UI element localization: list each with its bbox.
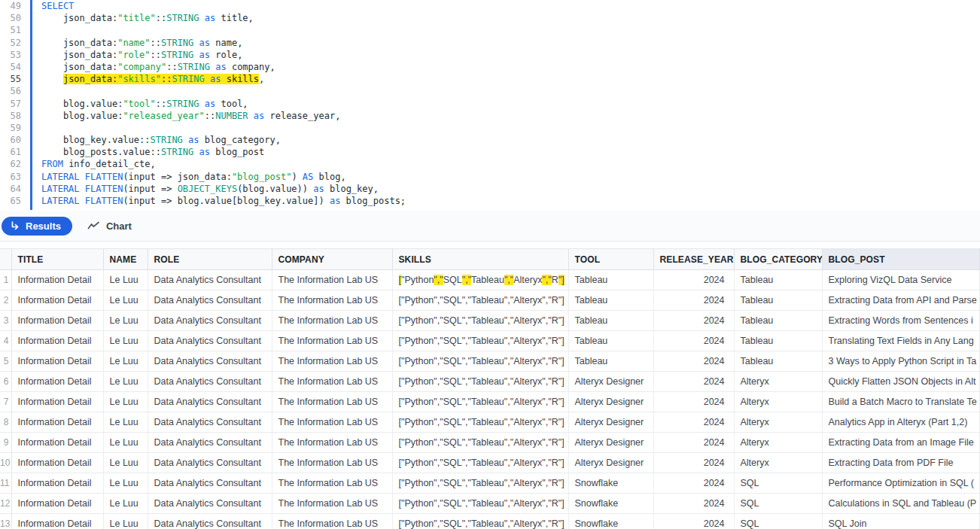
cell-skills[interactable]: ["Python","SQL","Tableau","Alteryx","R"] — [392, 412, 568, 433]
cell-skills[interactable]: ["Python","SQL","Tableau","Alteryx","R"] — [392, 392, 568, 412]
cell-post[interactable]: Translating Text Fields in Any Lang — [822, 331, 980, 351]
cell-category[interactable]: Alteryx — [734, 392, 822, 412]
cell-role[interactable]: Data Analytics Consultant — [148, 311, 272, 331]
cell-year[interactable]: 2024 — [653, 433, 734, 453]
cell-name[interactable]: Le Luu — [103, 412, 148, 433]
cell-title[interactable]: Information Detail — [11, 412, 103, 433]
cell-name[interactable]: Le Luu — [103, 392, 148, 412]
table-row[interactable]: 13Information DetailLe LuuData Analytics… — [0, 514, 980, 529]
cell-role[interactable]: Data Analytics Consultant — [148, 473, 272, 494]
cell-category[interactable]: Tableau — [734, 311, 822, 331]
cell-title[interactable]: Information Detail — [11, 473, 103, 494]
cell-role[interactable]: Data Analytics Consultant — [148, 290, 272, 311]
column-header-title[interactable]: TITLE — [11, 249, 103, 270]
cell-category[interactable]: SQL — [734, 514, 822, 529]
cell-skills[interactable]: ["Python","SQL","Tableau","Alteryx","R"] — [392, 494, 568, 514]
table-row[interactable]: 10Information DetailLe LuuData Analytics… — [0, 453, 980, 473]
cell-skills[interactable]: ["Python","SQL","Tableau","Alteryx","R"] — [392, 453, 568, 473]
cell-skills[interactable]: ["Python","SQL","Tableau","Alteryx","R"] — [392, 473, 568, 494]
cell-role[interactable]: Data Analytics Consultant — [148, 331, 272, 351]
cell-title[interactable]: Information Detail — [11, 372, 103, 392]
table-row[interactable]: 7Information DetailLe LuuData Analytics … — [0, 392, 980, 412]
cell-title[interactable]: Information Detail — [11, 331, 103, 351]
cell-name[interactable]: Le Luu — [103, 270, 148, 290]
cell-year[interactable]: 2024 — [653, 453, 734, 473]
cell-year[interactable]: 2024 — [653, 494, 734, 514]
cell-title[interactable]: Information Detail — [11, 270, 103, 290]
cell-tool[interactable]: Alteryx Designer — [568, 412, 653, 433]
cell-tool[interactable]: Alteryx Designer — [568, 392, 653, 412]
cell-skills[interactable]: ["Python","SQL","Tableau","Alteryx","R"] — [392, 351, 568, 372]
cell-skills[interactable]: ["Python","SQL","Tableau","Alteryx","R"] — [392, 514, 568, 529]
cell-category[interactable]: Tableau — [734, 290, 822, 311]
cell-company[interactable]: The Information Lab US — [272, 453, 392, 473]
cell-company[interactable]: The Information Lab US — [272, 270, 392, 290]
cell-category[interactable]: Alteryx — [734, 412, 822, 433]
cell-company[interactable]: The Information Lab US — [272, 290, 392, 311]
cell-title[interactable]: Information Detail — [11, 290, 103, 311]
cell-title[interactable]: Information Detail — [11, 433, 103, 453]
table-row[interactable]: 8Information DetailLe LuuData Analytics … — [0, 412, 980, 433]
column-header-blog_post[interactable]: BLOG_POST — [822, 249, 980, 270]
cell-role[interactable]: Data Analytics Consultant — [148, 514, 272, 529]
cell-role[interactable]: Data Analytics Consultant — [148, 433, 272, 453]
cell-role[interactable]: Data Analytics Consultant — [148, 453, 272, 473]
column-header-skills[interactable]: SKILLS — [392, 249, 568, 270]
cell-category[interactable]: SQL — [734, 473, 822, 494]
cell-tool[interactable]: Snowflake — [568, 494, 653, 514]
cell-post[interactable]: Extracting Data from PDF File — [822, 453, 980, 473]
cell-company[interactable]: The Information Lab US — [272, 311, 392, 331]
cell-title[interactable]: Information Detail — [11, 351, 103, 372]
cell-post[interactable]: 3 Ways to Apply Python Script in Ta — [822, 351, 980, 372]
cell-company[interactable]: The Information Lab US — [272, 494, 392, 514]
cell-role[interactable]: Data Analytics Consultant — [148, 412, 272, 433]
cell-company[interactable]: The Information Lab US — [272, 372, 392, 392]
cell-tool[interactable]: Alteryx Designer — [568, 433, 653, 453]
results-tab[interactable]: Results — [2, 217, 72, 236]
cell-year[interactable]: 2024 — [653, 412, 734, 433]
cell-title[interactable]: Information Detail — [11, 494, 103, 514]
cell-post[interactable]: Calculations in SQL and Tableau (P — [822, 494, 980, 514]
cell-name[interactable]: Le Luu — [103, 433, 148, 453]
cell-category[interactable]: Tableau — [734, 351, 822, 372]
cell-post[interactable]: Extracting Data from API and Parse — [822, 290, 980, 311]
cell-category[interactable]: Alteryx — [734, 433, 822, 453]
cell-skills[interactable]: ["Python","SQL","Tableau","Alteryx","R"] — [392, 290, 568, 311]
cell-year[interactable]: 2024 — [653, 290, 734, 311]
cell-role[interactable]: Data Analytics Consultant — [148, 392, 272, 412]
cell-post[interactable]: Build a Batch Macro to Translate Te — [822, 392, 980, 412]
cell-year[interactable]: 2024 — [653, 311, 734, 331]
cell-name[interactable]: Le Luu — [103, 372, 148, 392]
table-row[interactable]: 5Information DetailLe LuuData Analytics … — [0, 351, 980, 372]
cell-tool[interactable]: Tableau — [568, 290, 653, 311]
cell-tool[interactable]: Alteryx Designer — [568, 372, 653, 392]
cell-title[interactable]: Information Detail — [11, 392, 103, 412]
cell-tool[interactable]: Tableau — [568, 270, 653, 290]
cell-title[interactable]: Information Detail — [11, 453, 103, 473]
table-row[interactable]: 3Information DetailLe LuuData Analytics … — [0, 311, 980, 331]
cell-year[interactable]: 2024 — [653, 514, 734, 529]
cell-skills[interactable]: ["Python","SQL","Tableau","Alteryx","R"] — [392, 311, 568, 331]
table-row[interactable]: 4Information DetailLe LuuData Analytics … — [0, 331, 980, 351]
cell-tool[interactable]: Snowflake — [568, 473, 653, 494]
cell-name[interactable]: Le Luu — [103, 494, 148, 514]
column-header-role[interactable]: ROLE — [148, 249, 272, 270]
cell-skills[interactable]: ["Python","SQL","Tableau","Alteryx","R"] — [392, 270, 568, 290]
sql-editor[interactable]: 4950515253545556575859606162636465 SELEC… — [0, 0, 980, 211]
cell-tool[interactable]: Tableau — [568, 351, 653, 372]
cell-role[interactable]: Data Analytics Consultant — [148, 494, 272, 514]
cell-name[interactable]: Le Luu — [103, 290, 148, 311]
cell-category[interactable]: Alteryx — [734, 372, 822, 392]
cell-category[interactable]: SQL — [734, 494, 822, 514]
cell-name[interactable]: Le Luu — [103, 331, 148, 351]
cell-name[interactable]: Le Luu — [103, 473, 148, 494]
row-number-header[interactable] — [0, 249, 11, 270]
cell-company[interactable]: The Information Lab US — [272, 514, 392, 529]
column-header-name[interactable]: NAME — [103, 249, 148, 270]
cell-role[interactable]: Data Analytics Consultant — [148, 372, 272, 392]
cell-tool[interactable]: Alteryx Designer — [568, 453, 653, 473]
cell-name[interactable]: Le Luu — [103, 351, 148, 372]
table-row[interactable]: 1Information DetailLe LuuData Analytics … — [0, 270, 980, 290]
cell-skills[interactable]: ["Python","SQL","Tableau","Alteryx","R"] — [392, 433, 568, 453]
table-row[interactable]: 6Information DetailLe LuuData Analytics … — [0, 372, 980, 392]
